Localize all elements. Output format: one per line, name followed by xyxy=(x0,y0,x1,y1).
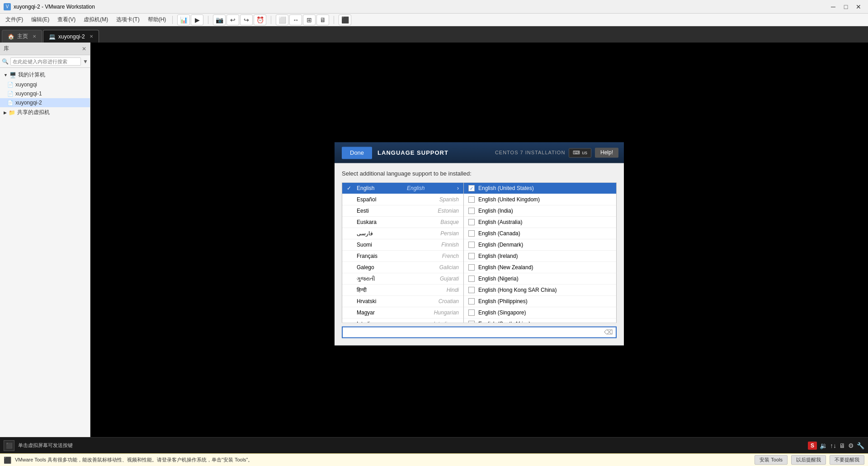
keyboard-layout: us xyxy=(582,150,587,155)
lang-item-espanol[interactable]: ✓ Español Spanish xyxy=(342,194,463,205)
help-button[interactable]: Help! xyxy=(595,147,618,157)
lang-right-ireland[interactable]: English (Ireland) xyxy=(464,251,616,262)
toolbar-btn-fit[interactable]: ⬜ xyxy=(276,14,288,25)
lang-right-canada[interactable]: English (Canada) xyxy=(464,228,616,239)
tray-tools-icon[interactable]: 🔧 xyxy=(857,442,864,449)
toolbar-btn-bar[interactable]: 📊 xyxy=(177,14,190,25)
done-button[interactable]: Done xyxy=(342,147,372,159)
tree-item-xuyongqi1[interactable]: 📄 xuyongqi-1 xyxy=(0,89,90,98)
checkbox-denmark[interactable] xyxy=(468,242,475,248)
lang-right-philippines[interactable]: English (Philippines) xyxy=(464,296,616,307)
tray-network-icon[interactable]: ↑↓ xyxy=(830,442,836,449)
lang-right-singapore[interactable]: English (Singapore) xyxy=(464,307,616,319)
tray-audio-icon[interactable]: 🔉 xyxy=(820,442,827,449)
checkbox-us[interactable]: ✓ xyxy=(468,185,475,191)
toolbar-btn-back[interactable]: ↩ xyxy=(226,14,239,25)
tree-item-shared[interactable]: ▶ 📁 共享的虚拟机 xyxy=(0,107,90,118)
checkbox-hongkong[interactable] xyxy=(468,287,475,293)
menu-tabs[interactable]: 选项卡(T) xyxy=(113,14,143,25)
menu-file[interactable]: 文件(F) xyxy=(2,14,27,25)
lang-right-australia[interactable]: English (Australia) xyxy=(464,217,616,228)
checkbox-philippines[interactable] xyxy=(468,298,475,304)
language-list-left[interactable]: ✓ English English › ✓ Español xyxy=(342,182,464,323)
remind-later-button[interactable]: 以后提醒我 xyxy=(791,455,826,465)
toolbar-btn-display[interactable]: 🖥 xyxy=(316,14,329,25)
tab-vm-close[interactable]: ✕ xyxy=(90,34,93,39)
tab-xuyongqi2[interactable]: 💻 xuyongqi-2 ✕ xyxy=(43,30,99,43)
lang-right-southafrica[interactable]: English (South Africa) xyxy=(464,319,616,323)
menu-edit[interactable]: 编辑(E) xyxy=(28,14,53,25)
checkbox-australia[interactable] xyxy=(468,219,475,225)
lang-item-english[interactable]: ✓ English English › xyxy=(342,183,463,194)
toolbar-separator-4 xyxy=(334,16,334,24)
tray-display-icon[interactable]: 🖥 xyxy=(839,442,845,449)
check-gujarati: ✓ xyxy=(347,276,353,282)
tree-item-xuyongqi2[interactable]: 📄 xuyongqi-2 xyxy=(0,98,90,107)
lang-right-india[interactable]: English (India) xyxy=(464,205,616,217)
lang-item-farsi[interactable]: ✓ فارسی Persian xyxy=(342,228,463,239)
lang-item-suomi[interactable]: ✓ Suomi Finnish xyxy=(342,239,463,251)
checkbox-canada[interactable] xyxy=(468,230,475,237)
toolbar-btn-right[interactable]: ▶ xyxy=(191,14,203,25)
toolbar-btn-usb[interactable]: ⬛ xyxy=(339,14,351,25)
sidebar-search-input[interactable] xyxy=(10,57,81,66)
checkbox-nigeria[interactable] xyxy=(468,276,475,282)
status-text: 单击虚拟屏幕可发送按键 xyxy=(18,442,804,449)
minimize-button[interactable]: ─ xyxy=(827,2,839,12)
installer-subtitle: Select additional language support to be… xyxy=(342,170,617,177)
toolbar-btn-normal[interactable]: ⊞ xyxy=(303,14,316,25)
install-tools-button[interactable]: 安装 Tools xyxy=(755,455,788,465)
tab-home[interactable]: 🏠 主页 ✕ xyxy=(2,30,42,43)
lang-item-galego[interactable]: ✓ Galego Galician xyxy=(342,262,463,273)
sidebar-close-icon[interactable]: ✕ xyxy=(82,46,86,52)
tree-item-mycomputer[interactable]: ▼ 🖥️ 我的计算机 xyxy=(0,70,90,80)
vm-icon-3: 📄 xyxy=(7,100,14,106)
tab-home-close[interactable]: ✕ xyxy=(33,34,36,39)
menu-help[interactable]: 帮助(H) xyxy=(144,14,170,25)
language-list-right[interactable]: ✓ English (United States) English (Unite… xyxy=(464,182,617,323)
lang-right-nigeria[interactable]: English (Nigeria) xyxy=(464,273,616,285)
language-search-input[interactable] xyxy=(345,329,604,336)
search-dropdown-icon[interactable]: ▼ xyxy=(83,58,88,65)
maximize-button[interactable]: □ xyxy=(840,2,852,12)
lang-item-interlingua[interactable]: ✓ Interlingua Interlingua xyxy=(342,319,463,323)
toolbar-btn-stretch[interactable]: ↔ xyxy=(289,14,302,25)
toolbar-btn-fwd[interactable]: ↪ xyxy=(240,14,253,25)
toolbar-btn-clock[interactable]: ⏰ xyxy=(254,14,266,25)
title-bar: V xuyongqi-2 - VMware Workstation ─ □ ✕ xyxy=(0,0,868,14)
lang-right-denmark[interactable]: English (Denmark) xyxy=(464,239,616,251)
lang-item-hrvatski[interactable]: ✓ Hrvatski Croatian xyxy=(342,296,463,307)
window-title: xuyongqi-2 - VMware Workstation xyxy=(14,4,825,10)
lang-right-hongkong[interactable]: English (Hong Kong SAR China) xyxy=(464,285,616,296)
toolbar-btn-screenshot[interactable]: 📷 xyxy=(213,14,226,25)
menu-vm[interactable]: 虚拟机(M) xyxy=(80,14,112,25)
checkbox-india[interactable] xyxy=(468,208,475,214)
lang-english-eesti: Estonian xyxy=(438,208,459,214)
menu-view[interactable]: 查看(V) xyxy=(54,14,79,25)
search-clear-icon[interactable]: ⌫ xyxy=(604,328,613,336)
vm-status-icon[interactable]: ⬛ xyxy=(4,440,14,451)
installer-window: Done LANGUAGE SUPPORT CENTOS 7 INSTALLAT… xyxy=(335,142,624,345)
lang-item-hindi[interactable]: ✓ हिन्दी Hindi xyxy=(342,285,463,296)
lang-item-francais[interactable]: ✓ Français French xyxy=(342,251,463,262)
lang-item-magyar[interactable]: ✓ Magyar Hungarian xyxy=(342,307,463,319)
lang-item-gujarati[interactable]: ✓ ગુજરાતી Gujarati xyxy=(342,273,463,285)
checkbox-newzealand[interactable] xyxy=(468,264,475,271)
tray-s-icon[interactable]: S xyxy=(808,442,817,450)
lang-label-philippines: English (Philippines) xyxy=(478,298,528,304)
vm-content[interactable]: Done LANGUAGE SUPPORT CENTOS 7 INSTALLAT… xyxy=(90,43,868,437)
checkbox-singapore[interactable] xyxy=(468,309,475,316)
close-button[interactable]: ✕ xyxy=(853,2,864,12)
checkbox-ireland[interactable] xyxy=(468,253,475,259)
tree-item-xuyongqi[interactable]: 📄 xuyongqi xyxy=(0,80,90,89)
keyboard-indicator[interactable]: ⌨ us xyxy=(569,148,591,157)
checkbox-uk[interactable] xyxy=(468,196,475,203)
lang-item-euskara[interactable]: ✓ Euskara Basque xyxy=(342,217,463,228)
lang-right-us[interactable]: ✓ English (United States) xyxy=(464,183,616,194)
lang-item-eesti[interactable]: ✓ Eesti Estonian xyxy=(342,205,463,217)
checkbox-southafrica[interactable] xyxy=(468,321,475,323)
tray-settings-icon[interactable]: ⚙ xyxy=(848,442,854,449)
lang-right-newzealand[interactable]: English (New Zealand) xyxy=(464,262,616,273)
dont-remind-button[interactable]: 不要提醒我 xyxy=(830,455,864,465)
lang-right-uk[interactable]: English (United Kingdom) xyxy=(464,194,616,205)
